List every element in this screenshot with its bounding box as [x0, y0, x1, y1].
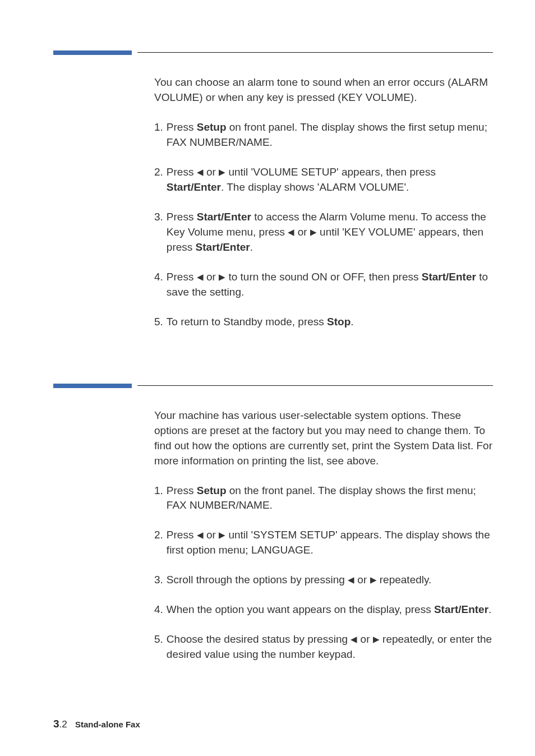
steps-list: 1. Press Setup on the front panel. The d…	[154, 483, 493, 663]
text-run: to turn the sound ON or OFF, then press	[225, 271, 422, 283]
step-number: 3.	[154, 573, 167, 588]
arrow-icon: ◀	[197, 272, 204, 282]
step-number: 1.	[154, 483, 167, 514]
text-run: Press	[167, 271, 197, 283]
step-number: 2.	[154, 528, 167, 558]
step-text: Press ◀ or ▶ until 'SYSTEM SETUP' appear…	[167, 528, 493, 558]
step-text: To return to Standby mode, press Stop.	[167, 315, 493, 330]
text-run: Scroll through the options by pressing	[167, 574, 348, 586]
step-item: 1. Press Setup on front panel. The displ…	[154, 120, 493, 150]
step-text: Press ◀ or ▶ until 'VOLUME SETUP' appear…	[167, 165, 493, 195]
step-item: 2. Press ◀ or ▶ until 'SYSTEM SETUP' app…	[154, 528, 493, 558]
arrow-icon: ◀	[197, 530, 204, 540]
intro-paragraph: Your machine has various user-selectable…	[154, 408, 493, 469]
bold-text: Start/Enter	[434, 603, 488, 615]
step-item: 1. Press Setup on the front panel. The d…	[154, 483, 493, 514]
step-number: 2.	[154, 165, 167, 195]
step-number: 4.	[154, 270, 167, 300]
step-number: 5.	[154, 315, 167, 330]
step-number: 5.	[154, 632, 167, 662]
text-run: or	[204, 271, 219, 283]
step-number: 3.	[154, 210, 167, 255]
text-run: or	[294, 226, 310, 238]
arrow-icon: ◀	[350, 634, 357, 644]
text-run: until 'VOLUME SETUP' appears, then press	[225, 166, 436, 178]
step-text: Scroll through the options by pressing ◀…	[167, 573, 493, 588]
arrow-icon: ▶	[219, 530, 225, 540]
chapter-number: 3	[53, 718, 59, 730]
text-run: . The display shows 'ALARM VOLUME'.	[221, 181, 409, 193]
text-run: or	[354, 574, 370, 586]
horizontal-rule	[137, 385, 493, 386]
text-run: Press	[167, 485, 197, 496]
text-run: repeatedly.	[377, 574, 432, 586]
arrow-icon: ▶	[310, 227, 317, 237]
intro-paragraph: You can choose an alarm tone to sound wh…	[154, 75, 493, 105]
step-item: 3. Scroll through the options by pressin…	[154, 573, 493, 588]
text-run: .	[488, 603, 491, 615]
bold-text: Stop	[327, 316, 350, 328]
bold-text: Start/Enter	[196, 241, 250, 253]
accent-bar	[53, 384, 132, 388]
text-run: or	[204, 166, 219, 178]
bold-text: Setup	[197, 121, 227, 133]
text-run: Press	[167, 166, 197, 178]
section-divider	[53, 50, 493, 55]
arrow-icon: ◀	[288, 227, 294, 237]
text-run: .	[250, 241, 253, 253]
text-run: or	[204, 529, 219, 541]
page-footer: 3.2 Stand-alone Fax	[53, 718, 140, 730]
accent-bar	[53, 50, 132, 55]
footer-title: Stand-alone Fax	[75, 720, 140, 729]
page-number: 2	[62, 719, 67, 730]
bold-text: Setup	[197, 485, 227, 496]
step-item: 4. Press ◀ or ▶ to turn the sound ON or …	[154, 270, 493, 300]
steps-list: 1. Press Setup on front panel. The displ…	[154, 120, 493, 330]
step-number: 1.	[154, 120, 167, 150]
text-run: Press	[167, 529, 197, 541]
text-run: Press	[167, 121, 197, 133]
section-divider	[53, 384, 493, 388]
step-number: 4.	[154, 602, 167, 617]
arrow-icon: ▶	[370, 575, 377, 584]
step-item: 5. Choose the desired status by pressing…	[154, 632, 493, 662]
horizontal-rule	[137, 52, 493, 53]
step-text: Press Setup on the front panel. The disp…	[167, 483, 493, 514]
step-text: Press Setup on front panel. The display …	[167, 120, 493, 150]
step-text: When the option you want appears on the …	[167, 602, 493, 617]
step-item: 2. Press ◀ or ▶ until 'VOLUME SETUP' app…	[154, 165, 493, 195]
bold-text: Start/Enter	[197, 211, 251, 223]
arrow-icon: ◀	[197, 167, 204, 177]
arrow-icon: ◀	[348, 575, 354, 584]
text-run: When the option you want appears on the …	[167, 603, 434, 615]
arrow-icon: ▶	[219, 167, 225, 177]
step-text: Press ◀ or ▶ to turn the sound ON or OFF…	[167, 270, 493, 300]
step-item: 5. To return to Standby mode, press Stop…	[154, 315, 493, 330]
bold-text: Start/Enter	[167, 181, 221, 193]
bold-text: Start/Enter	[422, 271, 476, 283]
step-text: Press Start/Enter to access the Alarm Vo…	[167, 210, 493, 255]
text-run: To return to Standby mode, press	[167, 316, 327, 328]
arrow-icon: ▶	[219, 272, 225, 282]
text-run: .	[350, 316, 353, 328]
text-run: Press	[167, 211, 197, 223]
step-item: 4. When the option you want appears on t…	[154, 602, 493, 617]
arrow-icon: ▶	[373, 634, 380, 644]
text-run: or	[357, 633, 372, 645]
text-run: Choose the desired status by pressing	[167, 633, 350, 645]
step-text: Choose the desired status by pressing ◀ …	[167, 632, 493, 662]
step-item: 3. Press Start/Enter to access the Alarm…	[154, 210, 493, 255]
